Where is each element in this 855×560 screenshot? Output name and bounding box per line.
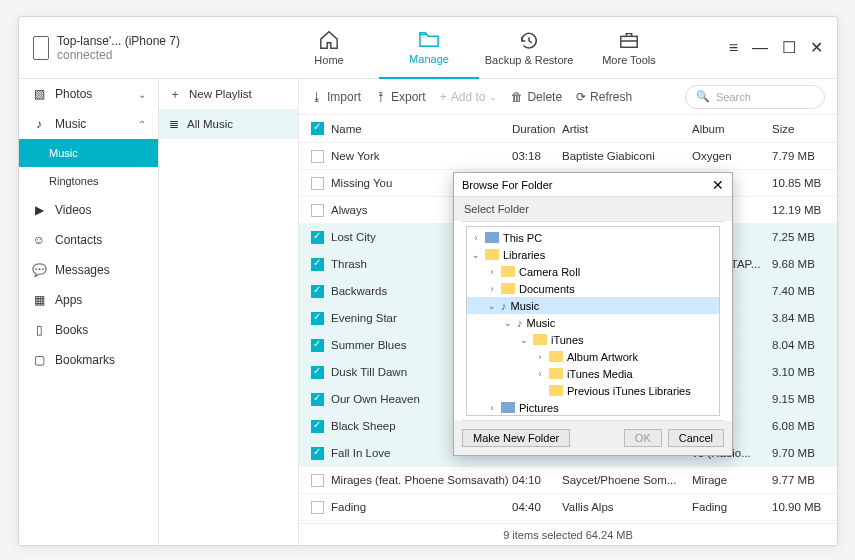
sidebar-item-videos[interactable]: ▶Videos: [19, 195, 158, 225]
import-button[interactable]: ⭳Import: [311, 90, 361, 104]
all-music-item[interactable]: ≣All Music: [159, 109, 298, 139]
col-size[interactable]: Size: [772, 123, 837, 135]
table-row[interactable]: Fading04:40Vallis AlpsFading10.90 MB: [299, 494, 837, 521]
sidebar-item-photos[interactable]: ▧Photos⌄: [19, 79, 158, 109]
tree-node-music[interactable]: ⌄♪Music: [467, 297, 719, 314]
cell-duration: 04:40: [512, 501, 562, 513]
books-icon: ▯: [31, 323, 47, 337]
cell-size: 8.04 MB: [772, 339, 837, 351]
video-icon: ▶: [31, 203, 47, 217]
folder-icon: [549, 368, 563, 379]
select-all-checkbox[interactable]: [311, 122, 324, 135]
tree-node-album-artwork[interactable]: ›Album Artwork: [467, 348, 719, 365]
ok-button[interactable]: OK: [624, 429, 662, 447]
row-checkbox[interactable]: [311, 204, 324, 217]
row-checkbox[interactable]: [311, 177, 324, 190]
search-input[interactable]: 🔍Search: [685, 85, 825, 109]
col-album[interactable]: Album: [692, 123, 772, 135]
cell-album: Mirage: [692, 474, 772, 486]
music-icon: ♪: [517, 317, 523, 329]
tree-node-prev-itunes[interactable]: Previous iTunes Libraries: [467, 382, 719, 399]
sidebar-item-apps[interactable]: ▦Apps: [19, 285, 158, 315]
cell-size: 3.10 MB: [772, 366, 837, 378]
chevron-down-icon: ⌄: [489, 92, 497, 102]
cell-size: 7.79 MB: [772, 150, 837, 162]
cancel-button[interactable]: Cancel: [668, 429, 724, 447]
row-checkbox[interactable]: [311, 447, 324, 460]
table-row[interactable]: Mirages (feat. Phoene Somsavath)04:10Say…: [299, 467, 837, 494]
row-checkbox[interactable]: [311, 366, 324, 379]
cell-size: 3.84 MB: [772, 312, 837, 324]
export-icon: ⭱: [375, 90, 387, 104]
nav-tools[interactable]: More Tools: [579, 17, 679, 79]
tree-node-music-sub[interactable]: ⌄♪Music: [467, 314, 719, 331]
row-checkbox[interactable]: [311, 150, 324, 163]
delete-button[interactable]: 🗑Delete: [511, 90, 562, 104]
tree-node-documents[interactable]: ›Documents: [467, 280, 719, 297]
tree-node-pictures[interactable]: ›Pictures: [467, 399, 719, 416]
close-button[interactable]: ✕: [810, 38, 823, 57]
row-checkbox[interactable]: [311, 420, 324, 433]
folder-icon: [501, 283, 515, 294]
cell-size: 12.19 MB: [772, 204, 837, 216]
maximize-button[interactable]: ☐: [782, 38, 796, 57]
list-icon: ≣: [169, 117, 179, 131]
tree-node-libraries[interactable]: ⌄Libraries: [467, 246, 719, 263]
row-checkbox[interactable]: [311, 312, 324, 325]
sidebar-sub-ringtones[interactable]: Ringtones: [19, 167, 158, 195]
pc-icon: [485, 232, 499, 243]
pictures-icon: [501, 402, 515, 413]
sidebar-item-music[interactable]: ♪Music⌃: [19, 109, 158, 139]
sidebar-item-bookmarks[interactable]: ▢Bookmarks: [19, 345, 158, 375]
cell-name: New York: [331, 150, 512, 162]
cell-duration: 03:18: [512, 150, 562, 162]
row-checkbox[interactable]: [311, 258, 324, 271]
status-bar: 9 items selected 64.24 MB: [299, 523, 837, 545]
col-artist[interactable]: Artist: [562, 123, 692, 135]
trash-icon: 🗑: [511, 90, 523, 104]
plus-icon: ＋: [169, 87, 181, 102]
tree-node-camera-roll[interactable]: ›Camera Roll: [467, 263, 719, 280]
minimize-button[interactable]: —: [752, 39, 768, 57]
cell-size: 6.08 MB: [772, 420, 837, 432]
new-playlist-button[interactable]: ＋New Playlist: [159, 79, 298, 109]
chevron-up-icon: ⌃: [138, 119, 146, 130]
tree-node-this-pc[interactable]: ›This PC: [467, 229, 719, 246]
col-duration[interactable]: Duration: [512, 123, 562, 135]
photos-icon: ▧: [31, 87, 47, 101]
dialog-title: Browse For Folder: [462, 179, 552, 191]
row-checkbox[interactable]: [311, 474, 324, 487]
messages-icon: 💬: [31, 263, 47, 277]
folder-icon: [501, 266, 515, 277]
playlist-column: ＋New Playlist ≣All Music: [159, 79, 299, 545]
dialog-close-button[interactable]: ✕: [712, 177, 724, 193]
search-icon: 🔍: [696, 90, 710, 103]
row-checkbox[interactable]: [311, 501, 324, 514]
row-checkbox[interactable]: [311, 393, 324, 406]
add-to-button[interactable]: +Add to⌄: [440, 90, 498, 104]
export-button[interactable]: ⭱Export: [375, 90, 426, 104]
refresh-button[interactable]: ⟳Refresh: [576, 90, 632, 104]
menu-icon[interactable]: ≡: [729, 39, 738, 57]
sidebar-item-messages[interactable]: 💬Messages: [19, 255, 158, 285]
folder-icon: [533, 334, 547, 345]
sidebar-sub-music[interactable]: Music: [19, 139, 158, 167]
row-checkbox[interactable]: [311, 231, 324, 244]
tree-node-itunes[interactable]: ⌄iTunes: [467, 331, 719, 348]
window-controls: ≡ — ☐ ✕: [729, 38, 837, 57]
sidebar-item-contacts[interactable]: ☺Contacts: [19, 225, 158, 255]
nav-manage[interactable]: Manage: [379, 17, 479, 79]
make-new-folder-button[interactable]: Make New Folder: [462, 429, 570, 447]
row-checkbox[interactable]: [311, 339, 324, 352]
sidebar-item-books[interactable]: ▯Books: [19, 315, 158, 345]
nav-backup[interactable]: Backup & Restore: [479, 17, 579, 79]
tree-node-itunes-media[interactable]: ›iTunes Media: [467, 365, 719, 382]
folder-icon: [549, 385, 563, 396]
toolbox-icon: [618, 30, 640, 50]
table-row[interactable]: New York03:18Baptiste GiabiconiOxygen7.7…: [299, 143, 837, 170]
col-name[interactable]: Name: [331, 123, 512, 135]
device-name: Top-lanse'... (iPhone 7): [57, 34, 180, 48]
nav-home[interactable]: Home: [279, 17, 379, 79]
row-checkbox[interactable]: [311, 285, 324, 298]
dialog-subtitle: Select Folder: [454, 197, 732, 221]
